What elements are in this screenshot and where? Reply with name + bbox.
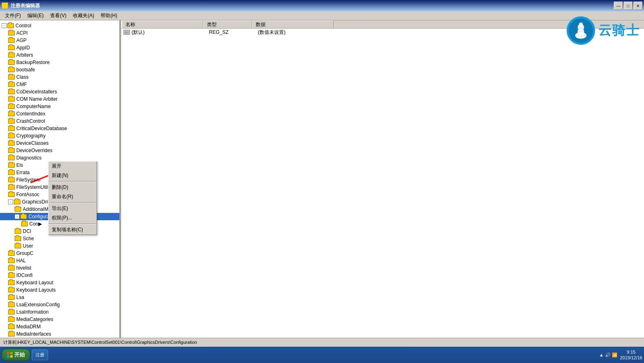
- list-item[interactable]: CMF: [0, 81, 119, 88]
- list-item[interactable]: CrashControl: [0, 117, 119, 125]
- svg-rect-10: [10, 352, 13, 354]
- column-headers: 名称 类型 数据: [122, 20, 644, 29]
- folder-icon: [15, 229, 21, 234]
- tree-item-control[interactable]: - Control: [0, 22, 119, 29]
- list-item[interactable]: LsaExtensionConfig: [0, 301, 119, 308]
- expand-icon: -: [2, 23, 7, 28]
- tree-label: CoDeviceInstallers: [16, 89, 57, 95]
- folder-icon: [8, 185, 15, 190]
- list-item[interactable]: ACPI: [0, 29, 119, 37]
- list-item[interactable]: HAL: [0, 257, 119, 264]
- list-item[interactable]: MediaInterfaces: [0, 330, 119, 338]
- folder-icon: [8, 126, 15, 131]
- list-item[interactable]: ContentIndex: [0, 110, 119, 117]
- list-item[interactable]: Diagnostics: [0, 154, 119, 162]
- folder-icon: [8, 302, 15, 307]
- tree-label: User: [23, 243, 33, 249]
- maximize-button[interactable]: □: [624, 2, 633, 10]
- clock-date: 2019/12/16: [620, 355, 642, 361]
- list-item[interactable]: MediaDRM: [0, 323, 119, 330]
- tree-label: CrashControl: [16, 118, 45, 124]
- system-tray-icons: ▲ 🔊 📶: [599, 352, 618, 358]
- list-item[interactable]: Keyboard Layout: [0, 279, 119, 286]
- start-button[interactable]: 开始: [2, 349, 30, 361]
- folder-icon: [20, 214, 27, 219]
- list-item[interactable]: AGP: [0, 37, 119, 44]
- list-item[interactable]: IDConfi: [0, 272, 119, 279]
- ctx-item-new[interactable]: 新建(N): [48, 171, 97, 180]
- folder-icon: [15, 243, 21, 248]
- folder-icon: [8, 317, 15, 322]
- clock-time: 9:15: [620, 349, 642, 355]
- tree-label: COM Name Arbiter: [16, 96, 57, 102]
- tree-label: ContentIndex: [16, 111, 45, 117]
- folder-icon: [15, 236, 21, 241]
- tree-label: Keyboard Layouts: [16, 287, 56, 293]
- registry-entry-default[interactable]: ab (默认) REG_SZ (数值未设置): [122, 29, 644, 36]
- folder-icon: [15, 207, 21, 212]
- ctx-item-export[interactable]: 导出(E): [48, 204, 97, 213]
- ctx-item-expand[interactable]: 展开: [48, 162, 97, 171]
- tree-label: Con▶: [29, 221, 42, 227]
- col-header-data: 数据: [252, 20, 334, 28]
- list-item[interactable]: ComputerName: [0, 103, 119, 110]
- list-item[interactable]: Sche: [0, 235, 119, 242]
- folder-icon: [8, 332, 15, 336]
- col-header-type: 类型: [203, 20, 252, 28]
- task-label: 注册: [35, 352, 44, 358]
- list-item[interactable]: Arbiters: [0, 51, 119, 59]
- title-bar: 注册表编辑器 — □ ✕: [0, 0, 644, 11]
- folder-icon: [8, 155, 15, 160]
- tree-item-cryptography[interactable]: Cryptography: [0, 132, 119, 139]
- reg-type: REG_SZ: [209, 29, 258, 35]
- close-button[interactable]: ✕: [633, 2, 642, 10]
- ctx-item-delete[interactable]: 删除(D): [48, 183, 97, 192]
- list-item[interactable]: GroupC: [0, 250, 119, 257]
- menu-view[interactable]: 查看(V): [47, 11, 70, 20]
- expand-icon: -: [15, 214, 20, 219]
- tree-label: Control: [15, 23, 31, 29]
- tree-item-keyboard-layouts[interactable]: Keyboard Layouts: [0, 286, 119, 294]
- list-item[interactable]: CriticalDeviceDatabase: [0, 125, 119, 132]
- folder-icon: [8, 53, 15, 58]
- tree-label: FileSystem: [16, 177, 40, 183]
- menu-help[interactable]: 帮助(H): [97, 11, 121, 20]
- list-item[interactable]: bootsafe: [0, 66, 119, 73]
- list-item[interactable]: hivelist: [0, 264, 119, 272]
- minimize-button[interactable]: —: [614, 2, 623, 10]
- col-header-name: 名称: [122, 20, 203, 28]
- ctx-item-copy-name[interactable]: 复制项名称(C): [48, 225, 97, 235]
- list-item[interactable]: DeviceClasses: [0, 139, 119, 147]
- list-item[interactable]: User: [0, 242, 119, 250]
- menu-favorites[interactable]: 收藏夹(A): [70, 11, 97, 20]
- list-item[interactable]: CoDeviceInstallers: [0, 88, 119, 95]
- list-item[interactable]: Lsa: [0, 294, 119, 301]
- folder-icon: [8, 192, 15, 197]
- tree-label: CriticalDeviceDatabase: [16, 126, 67, 131]
- list-item[interactable]: AppID: [0, 44, 119, 51]
- ctx-separator-2: [48, 202, 97, 203]
- ctx-item-rename[interactable]: 重命名(R): [48, 192, 97, 201]
- list-item[interactable]: LsaInformation: [0, 308, 119, 316]
- menu-edit[interactable]: 编辑(E): [24, 11, 47, 20]
- status-path: 计算机\HKEY_LOCAL_MACHINE\SYSTEM\ControlSet…: [3, 339, 197, 345]
- status-bar: 计算机\HKEY_LOCAL_MACHINE\SYSTEM\ControlSet…: [0, 338, 644, 347]
- menu-file[interactable]: 文件(F): [2, 11, 24, 20]
- list-item[interactable]: DeviceOverrides: [0, 147, 119, 154]
- folder-icon: [8, 258, 15, 263]
- tree-label: BackupRestore: [16, 60, 50, 65]
- list-item[interactable]: MediaCategories: [0, 316, 119, 323]
- folder-icon: [8, 295, 15, 300]
- list-item[interactable]: BackupRestore: [0, 59, 119, 66]
- folder-icon: [7, 23, 14, 28]
- list-item[interactable]: Class: [0, 73, 119, 81]
- tree-label: CMF: [16, 82, 27, 87]
- ctx-item-permissions[interactable]: 权限(P)...: [48, 213, 97, 223]
- expand-icon: -: [8, 199, 13, 204]
- ctx-separator: [48, 181, 97, 182]
- tree-label: MediaCategories: [16, 317, 53, 322]
- list-item[interactable]: COM Name Arbiter: [0, 95, 119, 103]
- taskbar: 开始 注册 ▲ 🔊 📶 9:15 2019/12/16: [0, 347, 644, 363]
- taskbar-task-regedit[interactable]: 注册: [32, 350, 48, 360]
- tree-label: Els: [16, 162, 23, 168]
